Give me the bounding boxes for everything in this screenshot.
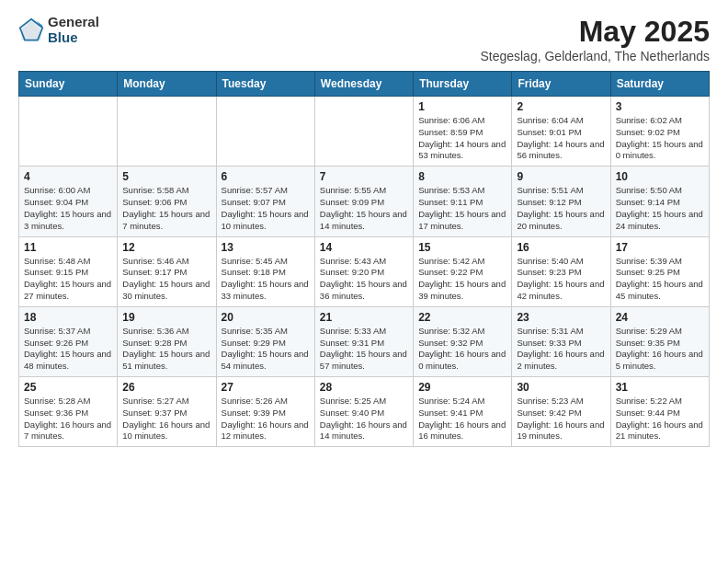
day-info: Sunrise: 5:53 AM Sunset: 9:11 PM Dayligh…	[418, 185, 506, 232]
header-saturday: Saturday	[610, 72, 709, 97]
calendar-cell: 10Sunrise: 5:50 AM Sunset: 9:14 PM Dayli…	[610, 167, 709, 236]
calendar-cell: 18Sunrise: 5:37 AM Sunset: 9:26 PM Dayli…	[19, 306, 118, 376]
calendar-cell: 21Sunrise: 5:33 AM Sunset: 9:31 PM Dayli…	[314, 306, 413, 376]
day-info: Sunrise: 5:46 AM Sunset: 9:17 PM Dayligh…	[122, 256, 210, 303]
calendar-cell	[118, 97, 216, 167]
day-number: 16	[517, 241, 605, 254]
calendar-cell: 11Sunrise: 5:48 AM Sunset: 9:15 PM Dayli…	[19, 236, 118, 306]
calendar-cell: 30Sunrise: 5:23 AM Sunset: 9:42 PM Dayli…	[512, 377, 610, 447]
logo-text: General Blue	[48, 15, 99, 45]
day-number: 11	[24, 241, 112, 254]
calendar-cell: 23Sunrise: 5:31 AM Sunset: 9:33 PM Dayli…	[512, 306, 610, 376]
day-info: Sunrise: 5:26 AM Sunset: 9:39 PM Dayligh…	[222, 396, 310, 442]
calendar-cell: 15Sunrise: 5:42 AM Sunset: 9:22 PM Dayli…	[414, 236, 512, 306]
day-number: 12	[122, 241, 210, 254]
calendar-cell: 13Sunrise: 5:45 AM Sunset: 9:18 PM Dayli…	[216, 236, 314, 306]
header-tuesday: Tuesday	[216, 72, 314, 97]
calendar-cell: 5Sunrise: 5:58 AM Sunset: 9:06 PM Daylig…	[118, 167, 216, 236]
title-block: May 2025 Stegeslag, Gelderland, The Neth…	[480, 15, 710, 63]
calendar-cell: 12Sunrise: 5:46 AM Sunset: 9:17 PM Dayli…	[118, 236, 216, 306]
calendar-cell: 17Sunrise: 5:39 AM Sunset: 9:25 PM Dayli…	[610, 236, 709, 306]
day-info: Sunrise: 6:04 AM Sunset: 9:01 PM Dayligh…	[517, 115, 605, 162]
day-number: 3	[616, 100, 704, 113]
calendar-cell: 14Sunrise: 5:43 AM Sunset: 9:20 PM Dayli…	[314, 236, 413, 306]
calendar-cell: 6Sunrise: 5:57 AM Sunset: 9:07 PM Daylig…	[216, 167, 314, 236]
calendar-cell: 29Sunrise: 5:24 AM Sunset: 9:41 PM Dayli…	[414, 377, 512, 447]
day-info: Sunrise: 5:29 AM Sunset: 9:35 PM Dayligh…	[616, 326, 704, 373]
day-info: Sunrise: 5:35 AM Sunset: 9:29 PM Dayligh…	[222, 326, 310, 373]
day-info: Sunrise: 6:02 AM Sunset: 9:02 PM Dayligh…	[616, 115, 704, 162]
logo: General Blue	[18, 15, 99, 45]
day-info: Sunrise: 5:51 AM Sunset: 9:12 PM Dayligh…	[517, 185, 605, 232]
day-info: Sunrise: 5:25 AM Sunset: 9:40 PM Dayligh…	[320, 396, 408, 442]
calendar-cell: 2Sunrise: 6:04 AM Sunset: 9:01 PM Daylig…	[512, 97, 610, 167]
calendar-cell: 16Sunrise: 5:40 AM Sunset: 9:23 PM Dayli…	[512, 236, 610, 306]
day-number: 29	[418, 381, 506, 394]
week-row-5: 25Sunrise: 5:28 AM Sunset: 9:36 PM Dayli…	[19, 377, 710, 447]
day-number: 2	[517, 100, 605, 113]
calendar-cell: 31Sunrise: 5:22 AM Sunset: 9:44 PM Dayli…	[610, 377, 709, 447]
week-row-3: 11Sunrise: 5:48 AM Sunset: 9:15 PM Dayli…	[19, 236, 710, 306]
day-number: 30	[517, 381, 605, 394]
header-monday: Monday	[118, 72, 216, 97]
day-number: 21	[320, 311, 408, 324]
day-number: 14	[320, 241, 408, 254]
day-number: 27	[222, 381, 310, 394]
day-info: Sunrise: 5:31 AM Sunset: 9:33 PM Dayligh…	[517, 326, 605, 373]
location-text: Stegeslag, Gelderland, The Netherlands	[480, 49, 710, 63]
day-info: Sunrise: 5:36 AM Sunset: 9:28 PM Dayligh…	[122, 326, 210, 373]
header: General Blue May 2025 Stegeslag, Gelderl…	[18, 15, 710, 63]
logo-icon	[18, 17, 44, 43]
calendar-cell: 25Sunrise: 5:28 AM Sunset: 9:36 PM Dayli…	[19, 377, 118, 447]
day-number: 31	[616, 381, 704, 394]
page-container: General Blue May 2025 Stegeslag, Gelderl…	[0, 0, 728, 456]
day-number: 9	[517, 170, 605, 183]
logo-blue-text: Blue	[48, 30, 99, 46]
day-info: Sunrise: 6:06 AM Sunset: 8:59 PM Dayligh…	[418, 115, 506, 162]
day-info: Sunrise: 5:58 AM Sunset: 9:06 PM Dayligh…	[122, 185, 210, 232]
calendar-cell: 4Sunrise: 6:00 AM Sunset: 9:04 PM Daylig…	[19, 167, 118, 236]
day-info: Sunrise: 5:33 AM Sunset: 9:31 PM Dayligh…	[320, 326, 408, 373]
calendar-cell: 8Sunrise: 5:53 AM Sunset: 9:11 PM Daylig…	[414, 167, 512, 236]
day-number: 6	[222, 170, 310, 183]
day-number: 15	[418, 241, 506, 254]
calendar-cell: 19Sunrise: 5:36 AM Sunset: 9:28 PM Dayli…	[118, 306, 216, 376]
day-info: Sunrise: 5:48 AM Sunset: 9:15 PM Dayligh…	[24, 256, 112, 303]
day-info: Sunrise: 5:45 AM Sunset: 9:18 PM Dayligh…	[222, 256, 310, 303]
day-number: 19	[122, 311, 210, 324]
day-number: 8	[418, 170, 506, 183]
day-info: Sunrise: 5:55 AM Sunset: 9:09 PM Dayligh…	[320, 185, 408, 232]
logo-general-text: General	[48, 15, 99, 30]
week-row-1: 1Sunrise: 6:06 AM Sunset: 8:59 PM Daylig…	[19, 97, 710, 167]
day-info: Sunrise: 5:57 AM Sunset: 9:07 PM Dayligh…	[222, 185, 310, 232]
day-number: 17	[616, 241, 704, 254]
calendar-cell: 9Sunrise: 5:51 AM Sunset: 9:12 PM Daylig…	[512, 167, 610, 236]
day-info: Sunrise: 5:50 AM Sunset: 9:14 PM Dayligh…	[616, 185, 704, 232]
day-info: Sunrise: 5:24 AM Sunset: 9:41 PM Dayligh…	[418, 396, 506, 442]
week-row-2: 4Sunrise: 6:00 AM Sunset: 9:04 PM Daylig…	[19, 167, 710, 236]
weekday-header-row: Sunday Monday Tuesday Wednesday Thursday…	[19, 72, 710, 97]
calendar-cell: 26Sunrise: 5:27 AM Sunset: 9:37 PM Dayli…	[118, 377, 216, 447]
header-sunday: Sunday	[19, 72, 118, 97]
day-number: 5	[122, 170, 210, 183]
calendar-cell: 20Sunrise: 5:35 AM Sunset: 9:29 PM Dayli…	[216, 306, 314, 376]
day-number: 24	[616, 311, 704, 324]
calendar-cell: 1Sunrise: 6:06 AM Sunset: 8:59 PM Daylig…	[414, 97, 512, 167]
day-number: 28	[320, 381, 408, 394]
day-info: Sunrise: 5:39 AM Sunset: 9:25 PM Dayligh…	[616, 256, 704, 303]
day-number: 20	[222, 311, 310, 324]
calendar-cell: 24Sunrise: 5:29 AM Sunset: 9:35 PM Dayli…	[610, 306, 709, 376]
month-year-title: May 2025	[480, 15, 710, 49]
calendar-cell	[19, 97, 118, 167]
day-info: Sunrise: 5:23 AM Sunset: 9:42 PM Dayligh…	[517, 396, 605, 442]
day-info: Sunrise: 5:27 AM Sunset: 9:37 PM Dayligh…	[122, 396, 210, 442]
calendar-cell: 27Sunrise: 5:26 AM Sunset: 9:39 PM Dayli…	[216, 377, 314, 447]
day-info: Sunrise: 5:22 AM Sunset: 9:44 PM Dayligh…	[616, 396, 704, 442]
day-info: Sunrise: 5:37 AM Sunset: 9:26 PM Dayligh…	[24, 326, 112, 373]
calendar-cell	[314, 97, 413, 167]
day-number: 23	[517, 311, 605, 324]
day-info: Sunrise: 5:42 AM Sunset: 9:22 PM Dayligh…	[418, 256, 506, 303]
day-number: 13	[222, 241, 310, 254]
day-number: 25	[24, 381, 112, 394]
day-number: 18	[24, 311, 112, 324]
